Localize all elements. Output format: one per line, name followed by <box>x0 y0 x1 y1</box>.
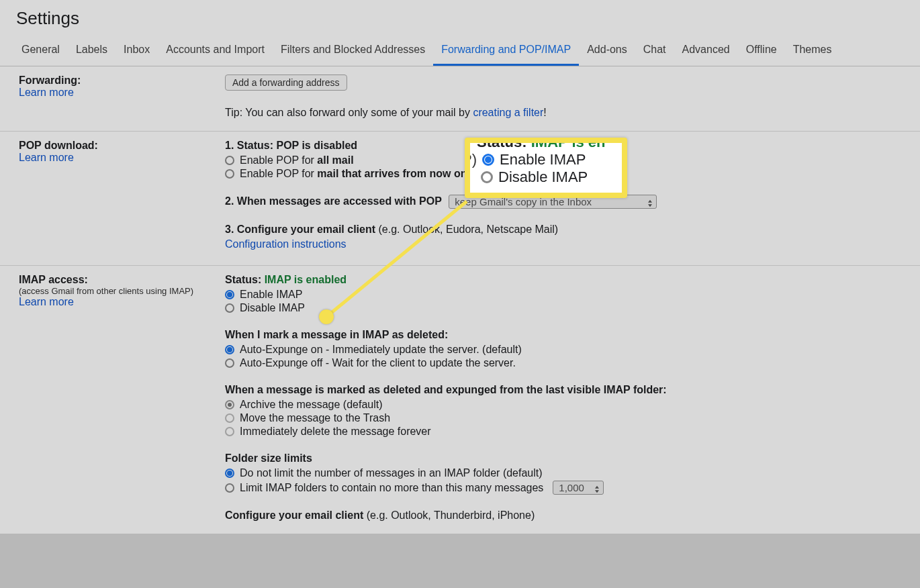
imap-configure-client: Configure your email client (e.g. Outloo… <box>225 509 920 522</box>
limit-folders-radio[interactable]: Limit IMAP folders to contain no more th… <box>225 481 920 495</box>
forwarding-title: Forwarding: <box>19 75 225 87</box>
pop-download-section: POP download: Learn more 1. Status: POP … <box>0 132 920 266</box>
creating-filter-link[interactable]: creating a filter <box>473 107 543 118</box>
no-limit-radio[interactable]: Do not limit the number of messages in a… <box>225 467 920 479</box>
auto-expunge-off-radio[interactable]: Auto-Expunge off - Wait for the client t… <box>225 357 920 369</box>
radio-icon <box>225 345 234 354</box>
radio-icon <box>225 358 234 368</box>
add-forwarding-address-button[interactable]: Add a forwarding address <box>225 75 347 91</box>
tab-labels[interactable]: Labels <box>68 36 116 66</box>
pop-title: POP download: <box>19 140 225 152</box>
callout-status: Status: IMAP is en <box>477 138 615 151</box>
radio-icon <box>482 154 494 166</box>
pop-configuration-link[interactable]: Configuration instructions <box>225 238 347 250</box>
radio-icon <box>481 171 493 183</box>
radio-icon <box>225 169 234 179</box>
folder-limit-select[interactable]: 1,000 <box>553 481 604 495</box>
tab-filters[interactable]: Filters and Blocked Addresses <box>273 36 433 66</box>
folder-size-heading: Folder size limits <box>225 452 920 464</box>
radio-icon <box>225 156 234 165</box>
settings-tabs: General Labels Inbox Accounts and Import… <box>0 36 920 66</box>
forwarding-section: Forwarding: Learn more Add a forwarding … <box>0 66 920 132</box>
imap-access-section: IMAP access: (access Gmail from other cl… <box>0 266 920 534</box>
imap-enable-radio[interactable]: Enable IMAP <box>225 289 920 301</box>
tab-inbox[interactable]: Inbox <box>116 36 158 66</box>
tab-advanced[interactable]: Advanced <box>674 36 738 66</box>
imap-expunged-heading: When a message is marked as deleted and … <box>225 384 920 396</box>
radio-icon <box>225 413 234 423</box>
forwarding-tip: Tip: You can also forward only some of y… <box>225 107 920 119</box>
callout-disable-imap-row: Disable IMAP <box>481 168 615 186</box>
tab-chat[interactable]: Chat <box>635 36 674 66</box>
forwarding-learn-more-link[interactable]: Learn more <box>19 87 74 98</box>
radio-icon <box>225 290 234 299</box>
page-title: Settings <box>16 8 904 29</box>
tab-addons[interactable]: Add-ons <box>579 36 635 66</box>
imap-disable-radio[interactable]: Disable IMAP <box>225 302 920 314</box>
imap-title: IMAP access: <box>19 274 225 286</box>
tab-general[interactable]: General <box>13 36 68 66</box>
move-to-trash-radio[interactable]: Move the message to the Trash <box>225 412 920 424</box>
imap-status: Status: IMAP is enabled <box>225 274 920 286</box>
delete-forever-radio[interactable]: Immediately delete the message forever <box>225 426 920 438</box>
radio-icon <box>225 469 234 478</box>
archive-message-radio[interactable]: Archive the message (default) <box>225 399 920 411</box>
tab-offline[interactable]: Offline <box>738 36 785 66</box>
auto-expunge-on-radio[interactable]: Auto-Expunge on - Immediately update the… <box>225 344 920 356</box>
radio-icon <box>225 303 234 313</box>
tab-themes[interactable]: Themes <box>785 36 840 66</box>
pop-step3: 3. Configure your email client (e.g. Out… <box>225 224 920 236</box>
imap-subdesc: (access Gmail from other clients using I… <box>19 286 225 296</box>
radio-icon <box>225 427 234 436</box>
tab-accounts[interactable]: Accounts and Import <box>158 36 273 66</box>
imap-learn-more-link[interactable]: Learn more <box>19 296 74 307</box>
tab-forwarding-pop-imap[interactable]: Forwarding and POP/IMAP <box>433 36 579 66</box>
imap-deleted-heading: When I mark a message in IMAP as deleted… <box>225 329 920 341</box>
callout-zoom-box: Status: IMAP is en P) Enable IMAP Disabl… <box>465 138 627 198</box>
radio-icon <box>225 483 234 493</box>
radio-icon <box>225 400 234 409</box>
pop-learn-more-link[interactable]: Learn more <box>19 152 74 163</box>
callout-enable-imap-row: P) Enable IMAP <box>465 151 615 168</box>
